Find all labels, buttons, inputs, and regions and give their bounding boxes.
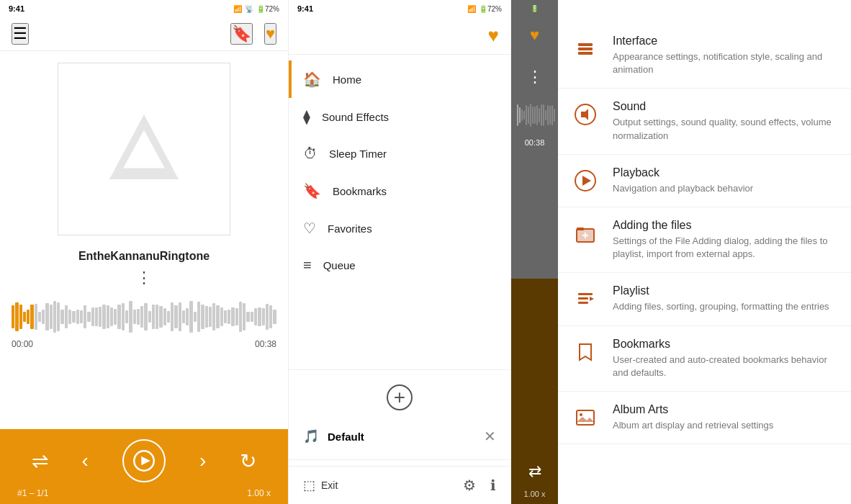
settings-album-arts-title: Album Arts [613,403,773,416]
menu-panel: 9:41 📶 🔋72% ♥ 🏠Home⧫Sound Effects⏱Sleep … [288,0,511,504]
menu-item-bookmarks[interactable]: 🔖Bookmarks [289,172,510,210]
sidebar-speed: 1.00 x [524,490,546,498]
battery-icon: 🔋72% [256,5,279,13]
playback-speed: 1.00 x [247,488,271,498]
settings-bookmarks-icon [572,339,598,365]
menu-item-favorites[interactable]: ♡Favorites [289,210,510,247]
hamburger-menu-button[interactable]: ☰ [12,23,29,45]
shuffle-button[interactable]: ⇌ [32,449,48,473]
sidebar-heart-icon[interactable]: ♥ [530,17,539,53]
menu-wifi-icon: 📶 [467,5,476,13]
settings-item-bookmarks[interactable]: BookmarksUser-created and auto-created b… [558,326,851,392]
menu-header: ♥ [289,17,510,55]
waveform[interactable] [12,299,276,335]
repeat-button[interactable]: ↻ [240,449,256,473]
track-title: EntheKannanuRingtone [78,250,210,263]
settings-sound-icon [572,102,598,127]
track-position: #1 – 1/1 [17,488,48,498]
settings-adding-files-title: Adding the files [613,219,837,232]
svg-point-21 [580,413,582,416]
svg-rect-6 [578,52,593,55]
settings-sound-title: Sound [613,100,837,113]
status-icons: 📶 📡 🔋72% [233,5,279,13]
settings-item-sound[interactable]: SoundOutput settings, sound quality, sou… [558,89,851,154]
settings-sound-desc: Output settings, sound quality, sound ef… [613,116,837,142]
menu-queue-icon: ≡ [303,257,312,274]
menu-item-sleep-timer[interactable]: ⏱Sleep Timer [289,135,510,172]
time-current: 00:00 [12,339,33,349]
settings-bookmarks-desc: User-created and auto-created bookmarks … [613,354,837,379]
settings-item-playback[interactable]: PlaybackNavigation and playback behavior [558,155,851,207]
sidebar-dots-icon[interactable]: ⋮ [527,59,543,95]
sidebar-repeat-icon[interactable]: ⇄ [528,462,541,481]
settings-adding-files-text: Adding the filesSettings of the File Add… [613,219,837,261]
playlist-row[interactable]: 🎵 Default ✕ [289,419,510,454]
menu-battery-icon: 🔋72% [479,5,502,13]
toolbar-right-icons: 🔖 ♥ [230,23,276,45]
menu-home-label: Home [333,73,361,86]
settings-adding-files-icon [572,220,598,246]
menu-item-home[interactable]: 🏠Home [289,60,510,98]
next-button[interactable]: › [199,449,206,472]
exit-icon: ⬚ [303,477,315,493]
sidebar-status-text: 🔋 [531,5,539,12]
menu-sound-effects-label: Sound Effects [322,111,389,123]
menu-status-icons: 📶 🔋72% [467,5,502,13]
settings-album-arts-desc: Album art display and retrieval settings [613,419,773,432]
svg-marker-8 [581,109,588,120]
settings-item-playlist[interactable]: PlaylistAdding files, sorting, grouping,… [558,273,851,325]
menu-bookmarks-icon: 🔖 [303,182,321,199]
menu-item-sound-effects[interactable]: ⧫Sound Effects [289,98,510,135]
settings-playback-title: Playback [613,166,753,179]
more-options-button[interactable]: ⋮ [136,269,152,287]
favorite-button[interactable]: ♥ [264,23,276,45]
settings-interface-desc: Appearance settings, notification style,… [613,50,837,76]
settings-playback-desc: Navigation and playback behavior [613,182,753,195]
svg-marker-10 [582,176,591,186]
settings-bookmarks-text: BookmarksUser-created and auto-created b… [613,338,837,379]
player-panel: 9:41 📶 📡 🔋72% ☰ 🔖 ♥ EntheKannanuRingtone… [0,0,288,504]
menu-favorites-icon: ♡ [303,220,316,237]
sidebar-status: 🔋 [511,0,558,17]
footer-icons: ⚙ ℹ [463,477,496,494]
menu-item-queue[interactable]: ≡Queue [289,247,510,284]
svg-rect-17 [578,297,588,300]
menu-footer-divider [289,459,510,460]
settings-album-arts-icon [572,405,598,431]
settings-interface-icon [572,36,598,62]
info-button[interactable]: ℹ [490,477,496,494]
settings-playlist-title: Playlist [613,284,829,297]
settings-status-bar [558,0,851,17]
settings-playlist-text: PlaylistAdding files, sorting, grouping,… [613,284,829,313]
album-art-logo [101,106,187,192]
menu-sound-effects-icon: ⧫ [303,108,310,125]
bookmark-button[interactable]: 🔖 [230,23,253,45]
sidebar-panel: 🔋 ♥ ⋮ 00:38 ⇄ 1.00 x [511,0,558,504]
controls-row: ⇌ ‹ › ↻ [14,439,274,482]
previous-button[interactable]: ‹ [82,449,89,472]
menu-favorites-label: Favorites [328,222,372,235]
settings-item-album-arts[interactable]: Album ArtsAlbum art display and retrieva… [558,392,851,444]
album-art [58,63,230,235]
add-icon: + [387,384,413,410]
settings-playback-icon [572,168,598,194]
menu-status-time: 9:41 [297,4,313,13]
menu-sleep-timer-icon: ⏱ [303,145,318,162]
menu-home-icon: 🏠 [303,71,321,88]
settings-item-interface[interactable]: InterfaceAppearance settings, notificati… [558,23,851,89]
settings-item-adding-files[interactable]: Adding the filesSettings of the File Add… [558,207,851,273]
play-button[interactable] [122,439,166,482]
playlist-close-button[interactable]: ✕ [484,428,496,445]
add-playlist-button[interactable]: + [289,376,510,419]
svg-rect-20 [577,410,594,425]
settings-button[interactable]: ⚙ [463,477,476,494]
exit-button[interactable]: ⬚ Exit [303,477,338,493]
time-total: 00:38 [255,339,276,349]
settings-adding-files-desc: Settings of the File Adding dialog, addi… [613,235,837,261]
settings-playback-text: PlaybackNavigation and playback behavior [613,166,753,195]
menu-bookmarks-label: Bookmarks [333,185,387,197]
settings-sound-text: SoundOutput settings, sound quality, sou… [613,100,837,142]
menu-heart-icon: ♥ [488,24,499,47]
time-display: 00:00 00:38 [12,339,276,349]
menu-divider [289,369,510,370]
